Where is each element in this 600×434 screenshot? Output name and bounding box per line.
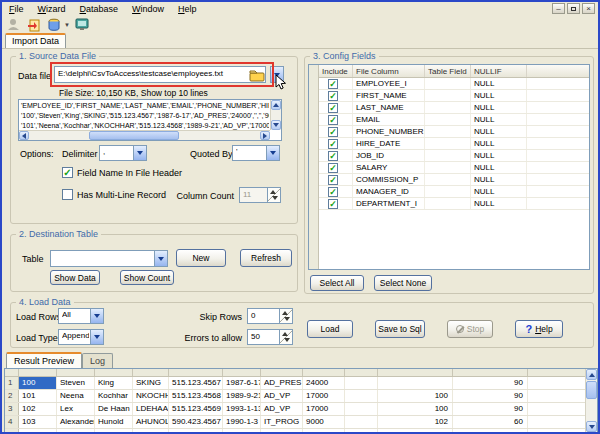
nullif-cell[interactable]: NULL <box>471 114 527 125</box>
data-cell[interactable]: AD_VP <box>261 390 303 402</box>
include-cell[interactable]: ✓ <box>319 162 353 173</box>
nullif-cell[interactable]: NULL <box>471 186 527 197</box>
data-cell[interactable]: LDEHAAN <box>133 403 169 415</box>
data-cell[interactable]: 6000 <box>303 429 345 433</box>
file-column-cell[interactable]: DEPARTMENT_I <box>353 198 425 209</box>
preview-vertical-scrollbar[interactable] <box>270 100 281 130</box>
scroll-up-icon[interactable] <box>271 100 281 110</box>
table-field-cell[interactable] <box>425 126 471 137</box>
chevron-down-icon[interactable] <box>154 251 167 266</box>
data-cell[interactable]: 102 <box>378 416 453 428</box>
data-cell[interactable]: Kochhar <box>95 390 133 402</box>
data-cell[interactable]: AD_PRES <box>261 377 303 389</box>
data-cell[interactable]: SKING <box>133 377 169 389</box>
data-cell[interactable]: NKOCHHAR <box>133 390 169 402</box>
menu-window[interactable]: Window <box>125 3 171 15</box>
data-cell[interactable]: Lex <box>57 403 95 415</box>
data-cell[interactable]: 17000 <box>303 390 345 402</box>
data-cell[interactable] <box>345 377 378 389</box>
chevron-down-icon[interactable] <box>90 330 103 344</box>
database-icon[interactable] <box>46 17 61 32</box>
table-field-cell[interactable] <box>425 138 471 149</box>
table-field-cell[interactable] <box>425 150 471 161</box>
include-checkbox[interactable]: ✓ <box>328 103 338 113</box>
load-rows-select[interactable]: All <box>58 308 104 324</box>
field-name-header-checkbox[interactable]: ✓ <box>62 167 73 178</box>
tab-log[interactable]: Log <box>82 353 113 368</box>
data-cell[interactable]: 60 <box>453 429 528 433</box>
spinner-buttons-icon[interactable] <box>279 330 292 344</box>
preview-horizontal-scrollbar[interactable] <box>19 130 270 140</box>
data-cell[interactable]: 100 <box>19 377 57 389</box>
show-count-button[interactable]: Show Count <box>120 270 174 285</box>
menu-help[interactable]: Help <box>171 3 204 15</box>
include-cell[interactable]: ✓ <box>319 150 353 161</box>
chevron-down-icon[interactable] <box>266 146 279 160</box>
result-row[interactable]: 4103AlexanderHunoldAHUNOLD590.423.456719… <box>5 416 597 429</box>
errors-to-allow-spinner[interactable]: 50 <box>247 329 293 345</box>
table-field-cell[interactable] <box>425 174 471 185</box>
data-cell[interactable]: 100 <box>378 403 453 415</box>
result-preview-grid[interactable]: 1100StevenKingSKING515.123.45671987-6-17… <box>4 368 598 433</box>
table-field-cell[interactable] <box>425 114 471 125</box>
import-file-icon[interactable] <box>26 17 41 32</box>
data-cell[interactable]: IT_PROG <box>261 416 303 428</box>
file-column-cell[interactable]: EMPLOYEE_I <box>353 78 425 89</box>
data-cell[interactable]: Hunold <box>95 416 133 428</box>
include-checkbox[interactable]: ✓ <box>328 139 338 149</box>
data-cell[interactable]: Neena <box>57 390 95 402</box>
show-data-button[interactable]: Show Data <box>50 270 100 285</box>
chevron-down-icon[interactable] <box>90 309 103 323</box>
h-scroll-thumb[interactable] <box>89 131 179 140</box>
file-preview-box[interactable]: 'EMPLOYEE_ID','FIRST_NAME','LAST_NAME','… <box>18 99 282 141</box>
menu-database[interactable]: Database <box>73 3 126 15</box>
file-column-cell[interactable]: COMMISSION_P <box>353 174 425 185</box>
scroll-down-icon[interactable] <box>271 120 281 130</box>
result-row[interactable]: 2101NeenaKochharNKOCHHAR515.123.45681989… <box>5 390 597 403</box>
include-cell[interactable]: ✓ <box>319 114 353 125</box>
file-column-cell[interactable]: SALARY <box>353 162 425 173</box>
result-row[interactable]: 3102LexDe HaanLDEHAAN515.123.45691993-1-… <box>5 403 597 416</box>
data-cell[interactable]: Alexander <box>57 416 95 428</box>
data-cell[interactable]: Steven <box>57 377 95 389</box>
data-cell[interactable]: De Haan <box>95 403 133 415</box>
data-cell[interactable]: 515.123.4569 <box>169 403 223 415</box>
data-cell[interactable]: 101 <box>19 390 57 402</box>
include-cell[interactable]: ✓ <box>319 198 353 209</box>
delimiter-select[interactable]: , <box>99 145 147 161</box>
refresh-button[interactable]: Refresh <box>240 249 292 267</box>
result-row[interactable]: 1100StevenKingSKING515.123.45671987-6-17… <box>5 377 597 390</box>
scroll-down-icon[interactable] <box>586 421 597 432</box>
connect-icon[interactable] <box>6 17 21 32</box>
data-cell[interactable]: AHUNOLD <box>133 416 169 428</box>
table-field-cell[interactable] <box>425 78 471 89</box>
restore-icon[interactable] <box>567 3 580 14</box>
data-cell[interactable]: 60 <box>453 416 528 428</box>
include-cell[interactable]: ✓ <box>319 90 353 101</box>
result-row[interactable]: 5104BruceErnstBERNST590.423.45681991-5-2… <box>5 429 597 433</box>
nullif-cell[interactable]: NULL <box>471 198 527 209</box>
close-icon[interactable]: × <box>582 3 595 14</box>
file-column-cell[interactable]: JOB_ID <box>353 150 425 161</box>
data-cell[interactable]: 515.123.4568 <box>169 390 223 402</box>
menu-wizard[interactable]: Wizard <box>31 3 73 15</box>
data-cell[interactable]: 103 <box>378 429 453 433</box>
file-column-cell[interactable]: MANAGER_ID <box>353 186 425 197</box>
data-cell[interactable]: 1993-1-13 <box>223 403 261 415</box>
minimize-icon[interactable]: – <box>552 3 565 14</box>
monitor-icon[interactable] <box>75 17 90 32</box>
result-vertical-scrollbar[interactable] <box>585 369 597 432</box>
table-select[interactable] <box>50 250 168 267</box>
data-cell[interactable]: 90 <box>453 403 528 415</box>
nullif-cell[interactable]: NULL <box>471 102 527 113</box>
include-checkbox[interactable]: ✓ <box>328 175 338 185</box>
data-cell[interactable] <box>345 403 378 415</box>
new-button[interactable]: New <box>176 249 226 267</box>
data-file-input[interactable]: E:\delphi\CsvToAccess\testcase\employees… <box>54 66 266 83</box>
multiline-record-checkbox[interactable] <box>62 189 73 200</box>
scroll-left-icon[interactable] <box>19 131 29 140</box>
include-cell[interactable]: ✓ <box>319 102 353 113</box>
data-cell[interactable]: 1989-9-21 <box>223 390 261 402</box>
data-cell[interactable] <box>345 429 378 433</box>
include-cell[interactable]: ✓ <box>319 126 353 137</box>
